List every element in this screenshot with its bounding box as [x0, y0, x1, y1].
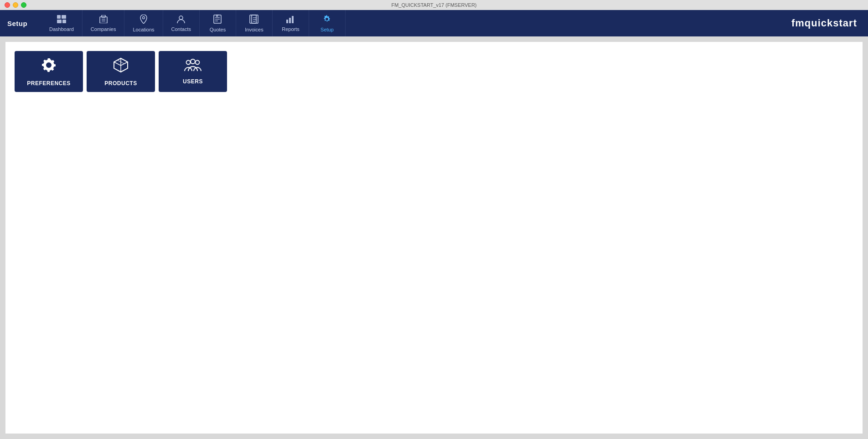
svg-point-25 — [196, 60, 200, 64]
window-title: FM_QUICKSTART_v17 (FMSERVER) — [391, 2, 476, 8]
users-icon — [184, 59, 202, 74]
logo-area: fmquickstart — [780, 10, 868, 36]
box-icon — [113, 57, 129, 76]
contacts-icon — [176, 15, 186, 25]
products-label: Products — [104, 80, 137, 87]
svg-rect-21 — [286, 20, 288, 23]
companies-icon — [98, 15, 108, 25]
nav-label-dashboard: Dashboard — [49, 26, 74, 32]
minimize-button[interactable] — [13, 2, 18, 8]
nav-items: Dashboard Companies Locati — [41, 10, 780, 36]
invoices-icon — [249, 15, 258, 25]
users-label: Users — [183, 78, 203, 85]
nav-item-dashboard[interactable]: Dashboard — [41, 10, 83, 36]
users-button[interactable]: Users — [159, 51, 227, 92]
navbar-brand: Setup — [0, 10, 41, 36]
maximize-button[interactable] — [21, 2, 26, 8]
svg-rect-22 — [289, 18, 291, 23]
content-panel: Preferences Products — [5, 42, 863, 434]
svg-rect-5 — [102, 15, 105, 17]
nav-item-setup[interactable]: Setup — [309, 10, 346, 36]
svg-rect-16 — [250, 15, 256, 23]
nav-item-quotes[interactable]: Quotes — [200, 10, 236, 36]
nav-item-companies[interactable]: Companies — [83, 10, 125, 36]
nav-label-quotes: Quotes — [210, 27, 226, 32]
nav-item-invoices[interactable]: Invoices — [236, 10, 273, 36]
svg-rect-2 — [57, 20, 62, 23]
svg-rect-1 — [62, 15, 66, 19]
nav-label-setup: Setup — [320, 27, 334, 32]
nav-label-companies: Companies — [91, 26, 116, 32]
svg-point-8 — [143, 16, 145, 19]
nav-label-contacts: Contacts — [171, 26, 191, 32]
svg-rect-3 — [62, 20, 66, 23]
close-button[interactable] — [5, 2, 10, 8]
main-background: Preferences Products — [0, 36, 868, 439]
logo-bold: fm — [791, 17, 805, 29]
preferences-label: Preferences — [27, 80, 71, 87]
gear-icon — [41, 57, 57, 76]
reports-icon — [286, 15, 295, 25]
svg-point-26 — [191, 59, 195, 64]
svg-point-9 — [179, 16, 183, 20]
svg-rect-4 — [100, 17, 107, 23]
locations-icon — [140, 15, 147, 25]
title-bar: FM_QUICKSTART_v17 (FMSERVER) — [0, 0, 868, 10]
nav-label-locations: Locations — [133, 27, 154, 32]
window-controls[interactable] — [5, 2, 26, 8]
dashboard-icon — [57, 15, 66, 25]
app-logo: fmquickstart — [791, 17, 857, 29]
svg-rect-17 — [252, 15, 258, 23]
logo-regular: quickstart — [805, 17, 857, 29]
products-button[interactable]: Products — [87, 51, 155, 92]
nav-label-invoices: Invoices — [245, 27, 263, 32]
nav-item-locations[interactable]: Locations — [124, 10, 163, 36]
svg-rect-23 — [292, 16, 294, 23]
preferences-button[interactable]: Preferences — [15, 51, 83, 92]
setup-icon — [322, 15, 331, 25]
svg-point-24 — [186, 60, 191, 64]
quotes-icon — [213, 15, 222, 25]
navbar: Setup Dashboard — [0, 10, 868, 36]
navbar-brand-text: Setup — [7, 20, 27, 27]
nav-item-reports[interactable]: Reports — [273, 10, 309, 36]
nav-label-reports: Reports — [282, 26, 300, 32]
nav-item-contacts[interactable]: Contacts — [163, 10, 200, 36]
setup-grid: Preferences Products — [15, 51, 853, 92]
svg-rect-0 — [57, 15, 61, 19]
